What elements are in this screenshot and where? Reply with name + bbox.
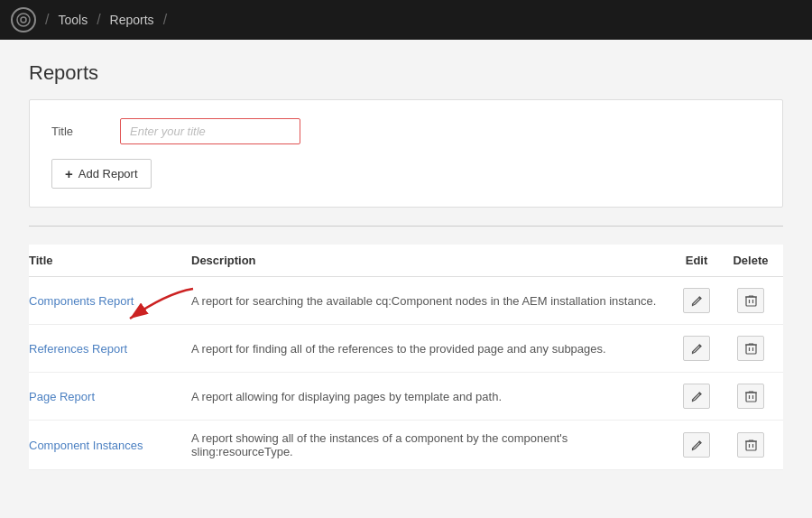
- trash-icon: [745, 342, 757, 355]
- edit-button[interactable]: [683, 336, 710, 361]
- edit-icon: [691, 391, 703, 402]
- nav-reports[interactable]: Reports: [110, 13, 154, 27]
- delete-button[interactable]: [737, 384, 764, 409]
- edit-icon: [691, 439, 703, 451]
- nav-sep-2: /: [97, 12, 100, 28]
- main-content: Reports Title + Add Report Title: [0, 40, 812, 492]
- add-report-button[interactable]: + Add Report: [51, 159, 152, 189]
- table-row: References Report A report for finding a…: [29, 325, 783, 373]
- title-input[interactable]: [120, 118, 300, 144]
- reports-table: Title Description Edit Delete Components…: [29, 245, 783, 470]
- row-title-cell: Page Report: [29, 373, 191, 421]
- delete-button[interactable]: [737, 432, 764, 458]
- table-row: Page Report A report allowing for displa…: [29, 373, 783, 421]
- app-logo[interactable]: [11, 7, 36, 32]
- row-title-cell: Component Instances: [29, 421, 191, 470]
- col-header-title: Title: [29, 245, 191, 277]
- table-row: Component Instances A report showing all…: [29, 421, 783, 470]
- add-report-card: Title + Add Report: [29, 99, 783, 208]
- delete-button[interactable]: [737, 288, 764, 313]
- svg-point-0: [17, 14, 30, 26]
- col-header-edit: Edit: [675, 245, 729, 277]
- row-edit-cell: [675, 277, 729, 325]
- row-delete-cell: [729, 277, 783, 325]
- add-report-label: Add Report: [78, 167, 138, 180]
- nav-sep-3: /: [163, 12, 167, 28]
- row-delete-cell: [729, 373, 783, 421]
- edit-icon: [691, 295, 703, 307]
- row-description-cell: A report for finding all of the referenc…: [191, 325, 675, 373]
- svg-point-1: [21, 17, 26, 23]
- delete-button[interactable]: [737, 336, 764, 361]
- report-link[interactable]: Components Report: [29, 294, 134, 308]
- nav-tools[interactable]: Tools: [58, 13, 88, 27]
- row-description-cell: A report allowing for displaying pages b…: [191, 373, 675, 421]
- svg-rect-5: [746, 393, 756, 402]
- row-description-cell: A report showing all of the instances of…: [191, 421, 675, 470]
- edit-icon: [691, 343, 703, 355]
- svg-rect-6: [746, 441, 756, 450]
- title-label: Title: [51, 125, 106, 138]
- svg-rect-4: [746, 345, 756, 354]
- report-link[interactable]: Page Report: [29, 390, 95, 403]
- reports-table-wrapper: Title Description Edit Delete Components…: [29, 245, 783, 470]
- row-edit-cell: [675, 421, 729, 470]
- trash-icon: [745, 439, 757, 451]
- edit-button[interactable]: [683, 288, 710, 313]
- trash-icon: [745, 294, 757, 307]
- row-delete-cell: [729, 421, 783, 470]
- topnav: / Tools / Reports /: [0, 0, 812, 40]
- nav-sep-1: /: [45, 12, 49, 28]
- row-edit-cell: [675, 325, 729, 373]
- report-link[interactable]: References Report: [29, 342, 127, 356]
- row-edit-cell: [675, 373, 729, 421]
- edit-button[interactable]: [683, 384, 710, 409]
- col-header-delete: Delete: [729, 245, 783, 277]
- row-description-cell: A report for searching the available cq:…: [191, 277, 675, 325]
- edit-button[interactable]: [683, 432, 710, 458]
- col-header-description: Description: [191, 245, 675, 277]
- table-row: Components Report A report for searching…: [29, 277, 783, 325]
- svg-rect-3: [746, 297, 756, 306]
- row-title-cell: References Report: [29, 325, 191, 373]
- report-link[interactable]: Component Instances: [29, 439, 143, 452]
- row-delete-cell: [729, 325, 783, 373]
- plus-icon: +: [65, 166, 73, 181]
- table-header-row: Title Description Edit Delete: [29, 245, 783, 277]
- section-divider: [29, 226, 783, 227]
- page-title: Reports: [29, 61, 783, 85]
- trash-icon: [745, 390, 757, 402]
- row-title-cell: Components Report: [29, 277, 191, 325]
- title-form-row: Title: [51, 118, 761, 144]
